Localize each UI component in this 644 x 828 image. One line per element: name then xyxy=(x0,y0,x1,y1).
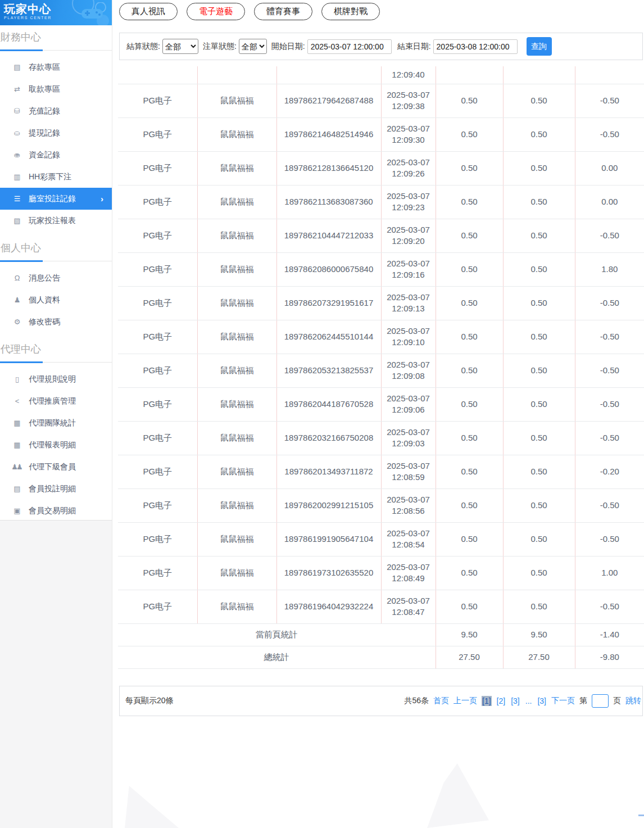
bet-amount-cell: 0.50 xyxy=(436,84,503,117)
sidebar-item-withdraw-record[interactable]: ⛀ 提現記錄 xyxy=(0,122,112,144)
sidebar-item-label: 消息公告 xyxy=(29,273,60,283)
gamepad-icon xyxy=(78,2,107,22)
room-bet-record-icon: ☰ xyxy=(11,194,21,203)
end-date-input[interactable] xyxy=(433,39,518,54)
bet-time-cell: 2025-03-07 12:09:30 xyxy=(381,117,436,151)
order-number-cell: 1897862146482514946 xyxy=(276,117,381,151)
decor-dash xyxy=(638,815,644,816)
pagination-bar: 每頁顯示20條 共56条 首页 上一页 [1][2][3]...[3] 下一页 … xyxy=(119,686,643,716)
sidebar-item-agent-rules[interactable]: ▯ 代理規則說明 xyxy=(0,368,112,390)
main-content: 真人視訊電子遊藝體育賽事棋牌對戰 結算狀態: 全部 注單狀態: 全部 開始日期:… xyxy=(118,0,644,828)
bet-amount-cell: 0.50 xyxy=(436,286,503,320)
sidebar-item-change-password[interactable]: ⚙ 修改密碼 xyxy=(0,311,112,333)
valid-bet-cell: 0.50 xyxy=(503,387,575,421)
sidebar-group: 個人中心 Ω 消息公告 ♟ 個人資料 ⚙ 修改密碼 xyxy=(0,236,112,333)
bet-amount-cell: 0.50 xyxy=(436,455,503,488)
sidebar-item-player-report[interactable]: ▧ 玩家投注報表 xyxy=(0,210,112,232)
table-row: PG电子 鼠鼠福福 1897862044187670528 2025-03-07… xyxy=(118,387,644,421)
jump-button[interactable]: 跳转 xyxy=(625,696,641,706)
order-number-cell: 1897862104447212033 xyxy=(276,219,381,252)
sidebar-item-member-transaction-detail[interactable]: ▣ 會員交易明細 xyxy=(0,500,112,521)
table-row-partial: 12:09:40 xyxy=(118,66,644,84)
total-summary-bet: 27.50 xyxy=(436,646,503,668)
order-number-cell: 1897862073291951617 xyxy=(276,286,381,320)
bet-amount-cell: 0.50 xyxy=(436,488,503,522)
sidebar-item-member-bet-detail[interactable]: ▤ 會員投註明細 xyxy=(0,478,112,500)
tab-board-games[interactable]: 棋牌對戰 xyxy=(321,3,380,20)
valid-bet-cell: 0.50 xyxy=(503,421,575,455)
tab-electronic-games[interactable]: 電子遊藝 xyxy=(187,3,245,20)
hall-cell: PG电子 xyxy=(118,354,197,387)
sidebar-item-lottery-bet[interactable]: ▥ HH彩票下注 xyxy=(0,166,112,188)
sidebar-item-label: 廳室投註記錄 xyxy=(29,194,76,204)
agent-team-icon: ▦ xyxy=(11,419,21,427)
hall-cell: PG电子 xyxy=(118,286,197,320)
page-link[interactable]: [1] xyxy=(482,696,492,706)
order-status-select[interactable]: 全部 xyxy=(239,39,267,54)
order-number-cell: 1897862086000675840 xyxy=(276,252,381,286)
lottery-bet-icon: ▥ xyxy=(11,173,21,181)
page-summary-winloss: -1.40 xyxy=(575,623,644,646)
sidebar-item-agent-team-stats[interactable]: ▦ 代理團隊統計 xyxy=(0,412,112,434)
sidebar-item-announcements[interactable]: Ω 消息公告 xyxy=(0,267,112,289)
sidebar-item-label: 代理報表明細 xyxy=(29,440,76,450)
valid-bet-cell: 0.50 xyxy=(503,354,575,387)
table-row: PG电子 鼠鼠福福 1897862053213825537 2025-03-07… xyxy=(118,354,644,387)
sidebar-item-agent-report-detail[interactable]: ▦ 代理報表明細 xyxy=(0,434,112,456)
page-link[interactable]: ... xyxy=(525,696,533,706)
order-status-label: 注單狀態: xyxy=(203,42,237,52)
page-link[interactable]: [3] xyxy=(537,696,547,706)
valid-bet-cell: 0.50 xyxy=(503,185,575,219)
bet-time-cell: 2025-03-07 12:09:03 xyxy=(381,421,436,455)
page-summary-label: 當前頁統計 xyxy=(118,623,436,646)
bet-amount-cell: 0.50 xyxy=(436,252,503,286)
game-cell: 鼠鼠福福 xyxy=(197,354,276,387)
valid-bet-cell: 0.50 xyxy=(503,151,575,185)
sidebar-item-agent-members[interactable]: ♟♟ 代理下級會員 xyxy=(0,456,112,478)
start-date-input[interactable] xyxy=(307,39,392,54)
order-number-cell: 1897862128136645120 xyxy=(276,151,381,185)
game-cell: 鼠鼠福福 xyxy=(197,252,276,286)
sidebar-item-room-bet-record[interactable]: ☰ 廳室投註記錄 › xyxy=(0,188,112,210)
next-page-link[interactable]: 下一页 xyxy=(551,696,575,706)
valid-bet-cell: 0.50 xyxy=(503,219,575,252)
search-button[interactable]: 查詢 xyxy=(527,37,552,56)
valid-bet-cell: 0.50 xyxy=(503,590,575,623)
bet-time-cell: 2025-03-07 12:09:16 xyxy=(381,252,436,286)
sidebar-item-profile[interactable]: ♟ 個人資料 xyxy=(0,289,112,311)
settle-status-select[interactable]: 全部 xyxy=(162,39,198,54)
valid-bet-cell: 0.50 xyxy=(503,320,575,354)
page-link[interactable]: [2] xyxy=(496,696,506,706)
tab-sports[interactable]: 體育賽事 xyxy=(254,3,312,20)
table-row: PG电子 鼠鼠福福 1897862086000675840 2025-03-07… xyxy=(118,252,644,286)
valid-bet-cell: 0.50 xyxy=(503,488,575,522)
withdraw-record-icon: ⛀ xyxy=(11,129,21,137)
sidebar-menu: 財務中心 ▤ 存款專區 ⇄ 取款專區 ⛁ 充值記錄 ⛀ 提現記錄 ⛂ 資金記錄 … xyxy=(0,25,112,521)
sidebar-item-label: 充值記錄 xyxy=(29,106,60,116)
sidebar-item-agent-promo[interactable]: < 代理推廣管理 xyxy=(0,390,112,412)
game-cell: 鼠鼠福福 xyxy=(197,556,276,590)
game-cell: 鼠鼠福福 xyxy=(197,320,276,354)
sidebar-item-funds-record[interactable]: ⛂ 資金記錄 xyxy=(0,144,112,166)
tab-live-casino[interactable]: 真人視訊 xyxy=(119,3,178,20)
hall-cell: PG电子 xyxy=(118,252,197,286)
first-page-link[interactable]: 首页 xyxy=(433,696,449,706)
sidebar-item-label: 資金記錄 xyxy=(29,150,60,160)
valid-bet-cell: 0.50 xyxy=(503,522,575,556)
sidebar-item-deposit[interactable]: ▤ 存款專區 xyxy=(0,56,112,78)
sidebar-item-recharge-record[interactable]: ⛁ 充值記錄 xyxy=(0,100,112,122)
bet-amount-cell: 0.50 xyxy=(436,522,503,556)
order-number-cell: 1897862113683087360 xyxy=(276,185,381,219)
hall-cell: PG电子 xyxy=(118,522,197,556)
sidebar-item-withdraw[interactable]: ⇄ 取款專區 xyxy=(0,78,112,100)
page-link[interactable]: [3] xyxy=(510,696,520,706)
valid-bet-cell: 0.50 xyxy=(503,286,575,320)
chevron-right-icon: › xyxy=(101,194,103,203)
prev-page-link[interactable]: 上一页 xyxy=(453,696,477,706)
winloss-cell: -0.50 xyxy=(575,590,644,623)
game-tabs: 真人視訊電子遊藝體育賽事棋牌對戰 xyxy=(119,3,380,20)
sidebar-item-label: 存款專區 xyxy=(29,62,60,73)
winloss-cell: -0.50 xyxy=(575,84,644,117)
table-row: PG电子 鼠鼠福福 1897861964042932224 2025-03-07… xyxy=(118,590,644,623)
page-jump-input[interactable] xyxy=(592,694,609,708)
